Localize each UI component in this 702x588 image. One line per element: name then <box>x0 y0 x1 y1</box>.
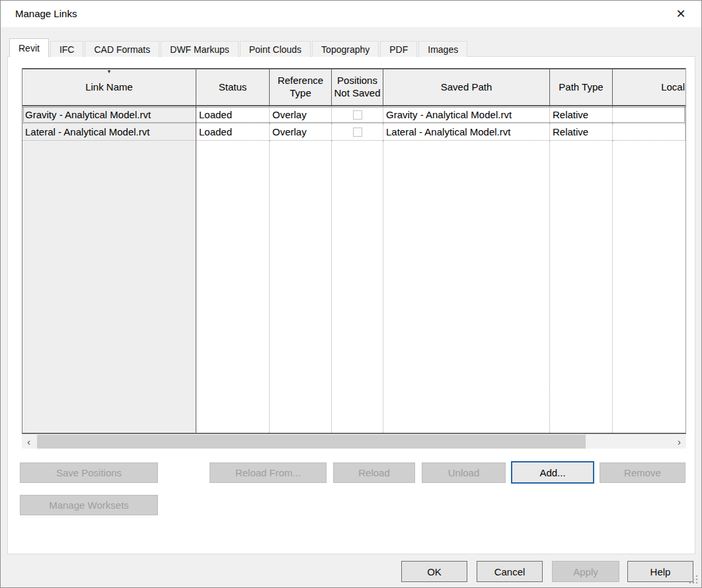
manage-links-dialog: Manage Links ✕ Revit IFC CAD Formats DWF… <box>0 0 702 588</box>
column-header-label: Link Name <box>85 81 133 94</box>
cell-link-name[interactable]: Lateral - Analytical Model.rvt <box>22 124 196 141</box>
reload-button: Reload <box>333 462 415 483</box>
cell-local[interactable] <box>613 124 685 141</box>
column-header-label: Local <box>661 81 685 94</box>
horizontal-scrollbar[interactable]: ‹ › <box>22 435 686 449</box>
cell-status[interactable]: Loaded <box>196 124 270 141</box>
ok-button[interactable]: OK <box>401 561 467 582</box>
add-button[interactable]: Add... <box>511 461 594 484</box>
column-header-label: Positions Not Saved <box>332 75 383 100</box>
close-icon[interactable]: ✕ <box>670 5 692 23</box>
cell-path-type[interactable]: Relative <box>550 124 613 141</box>
resize-grip[interactable] <box>688 574 699 585</box>
apply-button: Apply <box>552 561 619 582</box>
links-table: ▾ Link Name Status Reference Type Positi… <box>22 68 686 434</box>
tab-revit[interactable]: Revit <box>9 38 49 57</box>
column-header-label: Status <box>219 81 247 94</box>
scrollbar-thumb[interactable] <box>37 435 586 449</box>
cell-saved-path[interactable]: Gravity - Analytical Model.rvt <box>383 106 550 124</box>
help-button[interactable]: Help <box>627 561 693 582</box>
column-header-label: Reference Type <box>270 75 331 100</box>
column-header-saved-path[interactable]: Saved Path <box>383 69 550 105</box>
table-header-row: ▾ Link Name Status Reference Type Positi… <box>22 68 685 106</box>
title-bar: Manage Links ✕ <box>1 1 701 27</box>
column-header-label: Path Type <box>559 81 603 94</box>
column-header-status[interactable]: Status <box>196 69 270 105</box>
column-header-reference-type[interactable]: Reference Type <box>270 69 332 105</box>
tab-strip: Revit IFC CAD Formats DWF Markups Point … <box>9 38 469 57</box>
column-header-positions-not-saved[interactable]: Positions Not Saved <box>332 69 383 105</box>
cell-path-type[interactable]: Relative <box>550 106 613 124</box>
cell-reference-type[interactable]: Overlay <box>270 124 332 141</box>
column-header-path-type[interactable]: Path Type <box>550 69 613 105</box>
tab-cad-formats[interactable]: CAD Formats <box>85 41 159 57</box>
cancel-button[interactable]: Cancel <box>477 561 543 582</box>
column-header-label: Saved Path <box>441 81 492 94</box>
table-row[interactable]: Gravity - Analytical Model.rvt Loaded Ov… <box>22 106 685 124</box>
tab-images[interactable]: Images <box>418 41 467 57</box>
cell-saved-path[interactable]: Lateral - Analytical Model.rvt <box>383 124 550 141</box>
tab-point-clouds[interactable]: Point Clouds <box>240 41 311 57</box>
cell-reference-type[interactable]: Overlay <box>270 106 332 124</box>
link-name-column-fill <box>22 141 196 433</box>
column-header-local[interactable]: Local <box>613 69 685 105</box>
scroll-right-icon[interactable]: › <box>672 435 686 449</box>
tab-ifc[interactable]: IFC <box>50 41 84 57</box>
cell-positions-not-saved <box>332 106 383 124</box>
tab-topography[interactable]: Topography <box>312 41 379 57</box>
unload-button: Unload <box>422 462 506 483</box>
column-header-link-name[interactable]: ▾ Link Name <box>22 69 196 105</box>
sort-indicator-icon: ▾ <box>22 69 196 75</box>
tab-pdf[interactable]: PDF <box>380 41 417 57</box>
remove-button: Remove <box>600 462 685 483</box>
save-positions-button: Save Positions <box>20 462 158 483</box>
dialog-title: Manage Links <box>15 1 77 27</box>
table-empty-area <box>22 141 685 433</box>
reload-from-button: Reload From... <box>210 462 327 483</box>
scroll-left-icon[interactable]: ‹ <box>22 435 36 449</box>
cell-status[interactable]: Loaded <box>196 106 270 124</box>
positions-not-saved-checkbox[interactable] <box>353 128 362 137</box>
cell-local[interactable] <box>613 106 685 124</box>
cell-link-name[interactable]: Gravity - Analytical Model.rvt <box>22 106 196 124</box>
table-row[interactable]: Lateral - Analytical Model.rvt Loaded Ov… <box>22 124 685 141</box>
cell-positions-not-saved <box>332 124 383 141</box>
tab-dwf-markups[interactable]: DWF Markups <box>161 41 238 57</box>
positions-not-saved-checkbox[interactable] <box>353 110 362 120</box>
manage-worksets-button: Manage Worksets <box>20 495 158 515</box>
